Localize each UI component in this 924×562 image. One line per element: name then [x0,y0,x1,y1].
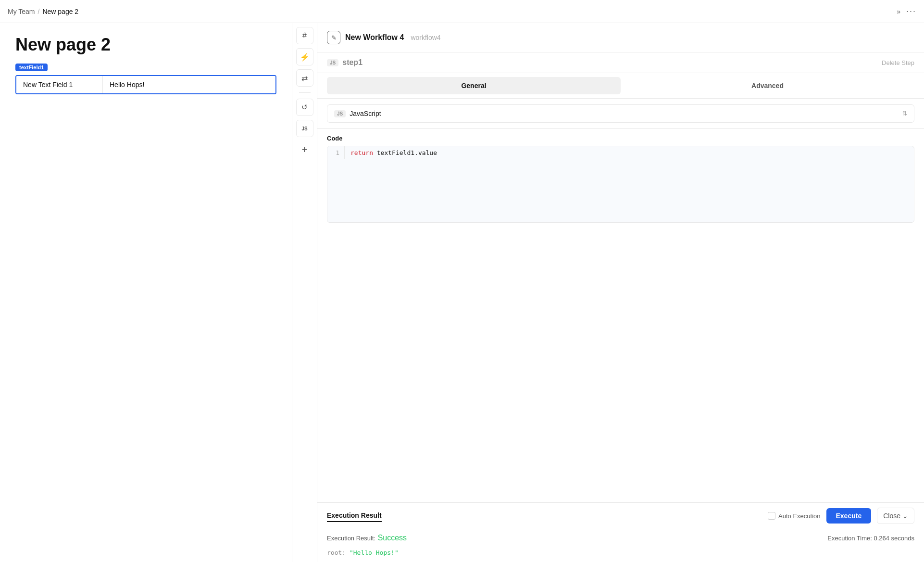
swap-icon: ⇄ [301,74,308,83]
line-number-1: 1 [327,146,345,159]
hash-icon: # [302,31,307,40]
tabs-row: General Advanced [317,73,924,99]
lang-js-badge: JS [334,110,346,117]
code-section: Code 1 return textField1.value [317,129,924,502]
exec-result-row: Execution Result: Success Execution Time… [317,530,924,546]
code-editor[interactable]: 1 return textField1.value [327,146,914,223]
auto-execution-toggle: Auto Execution [768,512,820,520]
execution-panel: Execution Result Auto Execution Execute … [317,502,924,562]
auto-exec-label: Auto Execution [778,512,820,520]
team-name[interactable]: My Team [8,8,35,15]
text-field-value[interactable]: Hello Hops! [103,76,275,93]
breadcrumb: My Team / New page 2 [8,8,78,15]
chevron-down-icon: ⌄ [902,512,908,520]
line-code-1: return textField1.value [345,146,914,159]
exec-header: Execution Result Auto Execution Execute … [317,503,924,530]
exec-success-status: Success [378,534,407,542]
code-label: Code [327,129,914,146]
code-empty-area[interactable] [327,160,914,217]
close-button[interactable]: Close ⌄ [877,508,914,524]
step-left: JS step1 [327,58,362,67]
exec-actions: Auto Execution Execute Close ⌄ [768,508,914,524]
step-badge: JS [327,59,338,66]
main-layout: New page 2 textField1 New Text Field 1 H… [0,23,924,562]
keyword-return: return [350,149,373,156]
workflow-icon: ✎ [327,31,340,44]
exec-result-left: Execution Result: Success [327,534,407,542]
add-icon: + [302,144,308,155]
language-selector[interactable]: JS JavaScript ⇅ [327,104,914,123]
component-badge[interactable]: textField1 [15,64,48,71]
expand-icon[interactable]: » [897,8,900,15]
lang-label: JavaScript [350,110,381,117]
close-label: Close [883,512,900,520]
workflow-id: workflow4 [411,34,440,41]
add-button[interactable]: + [296,141,313,158]
workflow-title: New Workflow 4 [345,33,404,42]
exec-result-tab[interactable]: Execution Result [327,510,382,522]
exec-root-line: root: "Hello Hops!" [327,549,914,556]
left-toolbar: # ⚡ ⇄ ↺ JS + [292,23,317,562]
tab-general[interactable]: General [327,77,621,94]
step-header: JS step1 Delete Step [317,52,924,73]
js-button[interactable]: JS [296,120,313,137]
edit-icon: ✎ [331,34,337,41]
lightning-button[interactable]: ⚡ [296,48,313,65]
code-line-1: 1 return textField1.value [327,146,914,160]
history-button[interactable]: ↺ [296,99,313,116]
exec-tabs: Execution Result [327,510,389,522]
code-rest: textField1.value [373,149,437,156]
top-nav: My Team / New page 2 » ··· [0,0,924,23]
exec-root-key: root: [327,549,346,556]
lang-selector-left: JS JavaScript [334,110,381,117]
delete-step-button[interactable]: Delete Step [882,59,914,66]
more-options-icon[interactable]: ··· [906,6,916,16]
history-icon: ↺ [301,103,308,112]
page-name[interactable]: New page 2 [42,8,78,15]
language-selector-row: JS JavaScript ⇅ [317,99,924,129]
text-field-label: New Text Field 1 [16,76,103,93]
execute-button[interactable]: Execute [826,508,872,524]
breadcrumb-separator: / [38,8,40,15]
workflow-header: ✎ New Workflow 4 workflow4 [317,23,924,52]
exec-time: Execution Time: 0.264 seconds [827,535,914,542]
tab-advanced[interactable]: Advanced [621,77,914,94]
page-title: New page 2 [15,35,276,55]
exec-output: root: "Hello Hops!" [317,546,924,562]
text-field-component: New Text Field 1 Hello Hops! [15,75,276,94]
hash-button[interactable]: # [296,27,313,44]
lightning-icon: ⚡ [300,52,310,62]
js-icon: JS [301,126,307,131]
left-panel: New page 2 textField1 New Text Field 1 H… [0,23,317,562]
exec-root-value: "Hello Hops!" [350,549,399,556]
step-name: step1 [342,58,362,67]
auto-exec-checkbox[interactable] [768,512,775,520]
nav-actions: » ··· [897,6,916,16]
exec-result-label: Execution Result: [327,535,375,542]
page-content: New page 2 textField1 New Text Field 1 H… [0,23,292,562]
toolbar-divider [299,92,311,93]
selector-arrows-icon: ⇅ [902,110,907,117]
swap-button[interactable]: ⇄ [296,69,313,87]
right-panel: ✎ New Workflow 4 workflow4 JS step1 Dele… [317,23,924,562]
